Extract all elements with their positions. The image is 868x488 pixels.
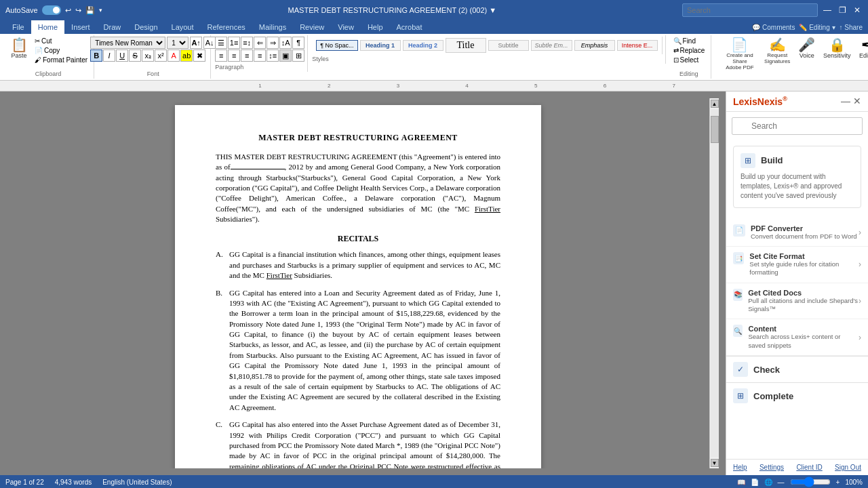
tab-insert[interactable]: Insert — [64, 20, 97, 34]
zoom-in-button[interactable]: + — [836, 479, 840, 486]
doc-scroll-content: MASTER DEBT RESTRUCTURING AGREEMENT THIS… — [7, 98, 709, 468]
close-button[interactable]: ✕ — [852, 5, 863, 16]
cut-button[interactable]: ✂ Cut — [33, 37, 90, 45]
title-search-input[interactable] — [682, 3, 818, 17]
line-spacing-button[interactable]: ↕≡ — [267, 49, 279, 62]
tab-mailings[interactable]: Mailings — [252, 20, 293, 34]
view-layout-button[interactable]: 📄 — [751, 479, 759, 486]
style-intense-e[interactable]: Intense E... — [617, 40, 658, 51]
editing-btn[interactable]: ✏️ Editing ▾ — [799, 24, 835, 31]
multilevel-button[interactable]: ≡↕ — [241, 37, 253, 49]
shrink-font-button[interactable]: A↓ — [203, 37, 216, 49]
tab-review[interactable]: Review — [293, 20, 331, 34]
panel-close-button[interactable]: ✕ — [853, 96, 861, 106]
content-title: Content — [748, 325, 859, 333]
paste-button[interactable]: 📋 Paste — [7, 37, 31, 60]
ruler: 1 2 3 4 5 6 7 — [0, 81, 868, 92]
client-id-link[interactable]: Client ID — [796, 464, 822, 471]
italic-button[interactable]: I — [103, 49, 115, 62]
scroll-up-button[interactable]: ▲ — [711, 100, 719, 108]
select-button[interactable]: ⊡ Select — [671, 56, 707, 64]
strikethrough-button[interactable]: S — [129, 49, 141, 62]
feature-cite-format[interactable]: 📑 Set Cite Format Set style guide rules … — [726, 247, 868, 283]
format-painter-button[interactable]: 🖌 Format Painter — [33, 56, 90, 64]
doc-scrollbar[interactable]: ▲ ▼ — [709, 98, 719, 468]
font-family-select[interactable]: Times New Roman — [90, 37, 165, 49]
decrease-indent-button[interactable]: ⇐ — [254, 37, 266, 49]
highlight-button[interactable]: ab — [180, 49, 193, 62]
superscript-button[interactable]: x² — [155, 49, 167, 62]
redo-icon[interactable]: ↪ — [75, 6, 81, 15]
undo-icon[interactable]: ↩ — [65, 6, 71, 15]
font-color-button[interactable]: A — [167, 49, 180, 62]
help-link[interactable]: Help — [733, 464, 747, 471]
zoom-slider[interactable] — [790, 479, 831, 485]
feature-content-left: 🔍 Content Search across Lexis+ content o… — [733, 325, 859, 350]
comments-btn[interactable]: 💬 Comments — [752, 24, 795, 31]
scroll-thumb[interactable] — [711, 116, 719, 143]
clear-format-button[interactable]: ✖ — [193, 49, 205, 62]
font-controls: Times New Roman 11 A↑ A↓ B I U S x₂ — [90, 37, 216, 62]
style-title[interactable]: Title — [446, 38, 486, 53]
feature-pdf-converter[interactable]: 📄 PDF Converter Convert document from PD… — [726, 219, 868, 247]
panel-minimize-button[interactable]: — — [841, 96, 850, 106]
tab-acrobat[interactable]: Acrobat — [390, 20, 429, 34]
request-signatures-button[interactable]: ✍ RequestSignatures — [764, 37, 791, 66]
tab-layout[interactable]: Layout — [165, 20, 201, 34]
tab-home[interactable]: Home — [31, 20, 64, 34]
tab-references[interactable]: References — [201, 20, 252, 34]
bold-button[interactable]: B — [90, 49, 102, 62]
tab-help[interactable]: Help — [361, 20, 390, 34]
sort-button[interactable]: ↕A — [279, 37, 292, 49]
align-center-button[interactable]: ≡ — [228, 49, 240, 62]
style-heading1[interactable]: Heading 1 — [360, 40, 401, 51]
view-read-button[interactable]: 📖 — [737, 479, 745, 486]
tab-design[interactable]: Design — [127, 20, 164, 34]
style-no-spacing[interactable]: ¶ No Spac... — [316, 40, 357, 51]
grow-font-button[interactable]: A↑ — [190, 37, 202, 49]
underline-button[interactable]: U — [116, 49, 128, 62]
style-subtle-em[interactable]: Subtle Em... — [531, 40, 572, 51]
bullets-button[interactable]: ☰ — [215, 37, 227, 49]
justify-button[interactable]: ≡ — [254, 49, 266, 62]
editor-button[interactable]: ✒ Editor — [855, 37, 868, 60]
style-subtitle[interactable]: Subtitle — [488, 40, 529, 51]
share-btn[interactable]: ↑ Share — [840, 24, 863, 31]
minimize-button[interactable]: — — [822, 5, 833, 16]
shading-button[interactable]: ▣ — [279, 49, 292, 62]
document-area[interactable]: MASTER DEBT RESTRUCTURING AGREEMENT THIS… — [0, 92, 726, 475]
view-web-button[interactable]: 🌐 — [764, 479, 772, 486]
sensitivity-button[interactable]: 🔒 Sensitivity — [823, 37, 851, 60]
autosave-toggle[interactable] — [42, 5, 61, 15]
show-marks-button[interactable]: ¶ — [292, 37, 304, 49]
panel-search-input[interactable] — [732, 117, 863, 135]
align-right-button[interactable]: ≡ — [241, 49, 253, 62]
increase-indent-button[interactable]: ⇒ — [267, 37, 279, 49]
copy-button[interactable]: 📄 Copy — [33, 46, 90, 55]
borders-button[interactable]: ⊞ — [292, 49, 304, 62]
scroll-track[interactable] — [711, 109, 719, 458]
pdf-converter-chevron: › — [859, 228, 861, 237]
subscript-button[interactable]: x₂ — [142, 49, 154, 62]
replace-button[interactable]: ⇄ Replace — [671, 46, 707, 55]
tab-draw[interactable]: Draw — [97, 20, 128, 34]
create-pdf-button[interactable]: 📄 Create and ShareAdobe PDF — [719, 37, 760, 72]
restore-button[interactable]: ❐ — [837, 5, 848, 16]
sign-out-link[interactable]: Sign Out — [835, 464, 861, 471]
settings-link[interactable]: Settings — [760, 464, 784, 471]
font-size-select[interactable]: 11 — [167, 37, 189, 49]
style-emphasis[interactable]: Emphasis — [574, 40, 615, 51]
align-left-button[interactable]: ≡ — [215, 49, 227, 62]
feature-content[interactable]: 🔍 Content Search across Lexis+ content o… — [726, 319, 868, 356]
dictate-button[interactable]: 🎤 Voice — [795, 37, 819, 60]
feature-cited-docs[interactable]: 📚 Get Cited Docs Pull all citations and … — [726, 283, 868, 320]
find-button[interactable]: 🔍 Find — [671, 37, 707, 45]
zoom-out-button[interactable]: — — [778, 479, 785, 486]
tab-view[interactable]: View — [331, 20, 361, 34]
numbering-button[interactable]: 1≡ — [228, 37, 240, 49]
save-icon[interactable]: 💾 — [85, 6, 95, 15]
tab-file[interactable]: File — [5, 20, 31, 34]
scroll-down-button[interactable]: ▼ — [711, 459, 719, 467]
style-heading2[interactable]: Heading 2 — [403, 40, 443, 51]
pdf-icon: 📄 — [731, 38, 748, 52]
